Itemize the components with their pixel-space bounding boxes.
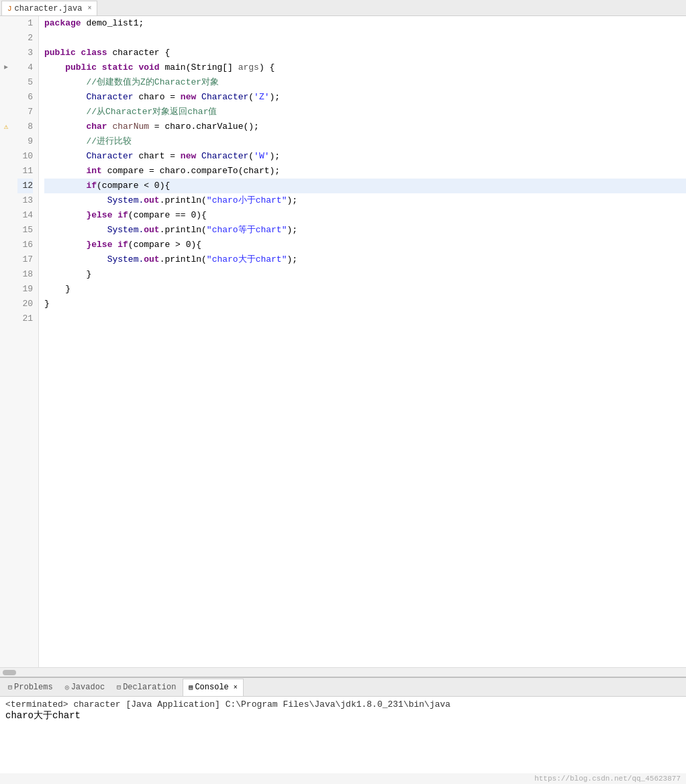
code-token: void	[138, 60, 164, 75]
code-token: "charo小于chart"	[207, 193, 287, 208]
java-file-icon: J	[7, 5, 12, 13]
code-token: Character	[86, 149, 133, 164]
bottom-panel: ⊟Problems◎Javadoc⊟Declaration▤Console× <…	[0, 677, 686, 784]
code-token: charo =	[134, 90, 181, 105]
line-number-15: 15	[17, 223, 33, 238]
code-token: .println(	[160, 223, 207, 238]
gutter-marker-5	[0, 75, 12, 90]
code-line-16: }else if(compare > 0){	[44, 238, 686, 252]
code-line-21	[44, 311, 686, 326]
code-line-10: Character chart = new Character('W');	[44, 149, 686, 164]
code-token	[44, 60, 65, 75]
line-number-20: 20	[17, 297, 33, 311]
code-token: "charo大于chart"	[207, 252, 287, 267]
code-token: .println(	[160, 252, 207, 267]
code-token: public	[65, 60, 102, 75]
gutter-marker-14	[0, 208, 12, 223]
code-token	[44, 282, 65, 297]
code-line-4: public static void main(String[] args) {	[44, 60, 686, 75]
code-token: //从Character对象返回char值	[86, 105, 217, 119]
code-line-5: //创建数值为Z的Character对象	[44, 75, 686, 90]
code-line-6: Character charo = new Character('Z');	[44, 90, 686, 105]
code-token: demo_list1;	[86, 16, 144, 31]
code-content[interactable]: package demo_list1; public class charact…	[39, 16, 686, 667]
code-line-3: public class character {	[44, 46, 686, 60]
code-token: compare	[107, 164, 144, 179]
console-tab-close[interactable]: ×	[234, 684, 238, 691]
code-token: package	[44, 16, 86, 31]
gutter-marker-13	[0, 193, 12, 208]
code-line-20: }	[44, 297, 686, 311]
code-token: System.	[107, 223, 144, 238]
code-token	[44, 179, 86, 193]
console-tab-icon: ▤	[189, 683, 193, 691]
line-number-7: 7	[17, 105, 33, 119]
bottom-tab-javadoc[interactable]: ◎Javadoc	[60, 679, 110, 696]
bottom-tab-problems[interactable]: ⊟Problems	[3, 679, 58, 696]
code-token	[44, 193, 107, 208]
line-number-16: 16	[17, 238, 33, 252]
line-number-17: 17	[17, 252, 33, 267]
bottom-tab-console[interactable]: ▤Console×	[183, 679, 243, 696]
code-token: args	[238, 60, 259, 75]
code-token: }else	[86, 208, 117, 223]
code-line-14: }else if(compare == 0){	[44, 208, 686, 223]
code-token: char	[86, 119, 112, 134]
code-token: character {	[112, 46, 170, 60]
declaration-tab-label: Declaration	[123, 683, 176, 692]
code-token: }	[86, 267, 91, 282]
code-token: out	[144, 252, 159, 267]
code-token: //进行比较	[86, 134, 132, 149]
code-token: if	[117, 238, 128, 252]
code-line-18: }	[44, 267, 686, 282]
javadoc-tab-icon: ◎	[65, 683, 69, 691]
code-token: charNum	[112, 119, 149, 134]
gutter-marker-7	[0, 105, 12, 119]
line-number-19: 19	[17, 282, 33, 297]
code-line-15: System.out.println("charo等于chart");	[44, 223, 686, 238]
editor-container: J character.java × ►⚠ 123456789101112131…	[0, 0, 686, 784]
code-token	[44, 149, 86, 164]
line-number-4: 4	[17, 60, 33, 75]
code-token: main	[164, 60, 185, 75]
line-number-12: 12	[17, 179, 33, 193]
problems-tab-label: Problems	[14, 683, 53, 692]
code-token: (	[248, 149, 254, 164]
code-token: System.	[107, 193, 144, 208]
gutter-marker-2	[0, 31, 12, 46]
editor-tab[interactable]: J character.java ×	[1, 1, 97, 15]
code-token: 'W'	[254, 149, 269, 164]
code-line-11: int compare = charo.compareTo(chart);	[44, 164, 686, 179]
tab-close-button[interactable]: ×	[87, 5, 91, 12]
code-token: static	[102, 60, 139, 75]
horizontal-scrollbar[interactable]	[0, 667, 686, 677]
scrollbar-thumb[interactable]	[3, 670, 16, 675]
code-line-17: System.out.println("charo大于chart");	[44, 252, 686, 267]
code-token	[44, 223, 107, 238]
code-token	[44, 119, 86, 134]
code-token	[44, 267, 86, 282]
gutter-marker-11	[0, 164, 12, 179]
code-token: (compare < 0){	[97, 179, 170, 193]
code-token	[44, 134, 86, 149]
code-token: if	[117, 208, 128, 223]
fold-icon[interactable]: ►	[4, 60, 8, 75]
code-token: ) {	[259, 60, 275, 75]
watermark: https://blog.csdn.net/qq_45623877	[0, 773, 686, 784]
line-number-1: 1	[17, 16, 33, 31]
line-number-8: 8	[17, 119, 33, 134]
code-token: = charo.compareTo(chart);	[144, 164, 280, 179]
code-token: Character	[86, 90, 133, 105]
gutter-marker-21	[0, 311, 12, 326]
code-line-1: package demo_list1;	[44, 16, 686, 31]
code-line-8: char charNum = charo.charValue();	[44, 119, 686, 134]
code-token	[44, 90, 86, 105]
code-token: (compare == 0){	[128, 208, 207, 223]
warn-icon: ⚠	[4, 119, 9, 134]
code-token: );	[270, 149, 281, 164]
console-terminated-line: <terminated> character [Java Application…	[5, 699, 681, 709]
code-token: public	[44, 46, 81, 60]
code-token: int	[86, 164, 107, 179]
code-token: (String[]	[186, 60, 238, 75]
bottom-tab-declaration[interactable]: ⊟Declaration	[111, 679, 181, 696]
